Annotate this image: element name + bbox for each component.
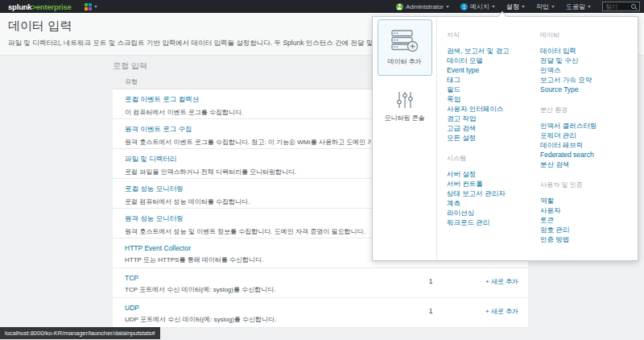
activity-menu-label: 작업 — [536, 2, 549, 11]
users-auth-section: 사용자 및 인증 역할 사용자 토큰 암호 관리 인증 방법 — [540, 180, 625, 244]
help-menu[interactable]: 도움말 — [566, 2, 591, 11]
messages-menu[interactable]: 1 메시지 — [460, 2, 495, 11]
user-avatar-icon — [396, 3, 403, 10]
app-grid-icon — [85, 3, 92, 10]
settings-menu-item[interactable]: 인덱서 클러스터링 — [540, 121, 625, 131]
settings-menu-item[interactable]: 검색, 보고서 및 경고 — [447, 46, 532, 56]
logo-brand: splunk — [8, 2, 31, 11]
settings-menu-item[interactable]: Federated search — [540, 150, 625, 160]
settings-menu-item[interactable]: 분산 검색 — [540, 160, 625, 169]
add-new-link[interactable]: + 새로 추가 — [485, 277, 518, 286]
add-new-link[interactable]: + 새로 추가 — [485, 307, 518, 316]
system-section: 시스템 서버 설정 서버 컨트롤 상태 보고서 관리자 계측 라이선싱 워크로드… — [447, 154, 532, 227]
chevron-down-icon — [551, 6, 555, 8]
distributed-section: 분산 환경 인덱서 클러스터링 포워더 관리 데이터 패브릭 Federated… — [540, 106, 625, 169]
chevron-down-icon — [522, 6, 525, 8]
menu-section-header: 데이터 — [540, 31, 625, 39]
settings-menu-item[interactable]: 워크로드 관리 — [447, 218, 532, 227]
settings-menu-item[interactable]: 계측 — [447, 198, 532, 208]
settings-menu-label: 설정 — [506, 2, 519, 11]
settings-menu-item[interactable]: 포워더 관리 — [540, 131, 625, 140]
input-type-description: 원격 호스트에서 이벤트 로그를 수집합니다. 참고: 이 기능은 WMI를 사… — [125, 138, 371, 147]
settings-menu-item[interactable]: 라이선싱 — [447, 208, 532, 218]
settings-menu-item[interactable]: 인덱스 — [540, 65, 625, 75]
status-bar-url: localhost:8000/ko-KR/manager/launcher/da… — [0, 327, 160, 339]
settings-menu-item[interactable]: 고급 검색 — [447, 123, 532, 133]
settings-menu-item[interactable]: 역할 — [540, 196, 625, 205]
input-type-description: TCP 포트에서 수신 데이터(예: syslog)를 수신합니다. — [125, 285, 371, 294]
type-column-header: 유형 — [125, 77, 138, 86]
app-menu[interactable] — [85, 3, 97, 10]
input-count: 1 — [419, 307, 443, 315]
settings-menu-item[interactable]: 필드 — [447, 85, 532, 94]
activity-menu[interactable]: 작업 — [536, 2, 555, 11]
settings-menu-item[interactable]: Event type — [447, 65, 532, 75]
monitoring-console-label: 모니터링 콘솔 — [384, 114, 424, 122]
add-data-icon — [391, 30, 419, 52]
input-type-description: 로컬 파일을 인덱스하거나 전체 디렉터리를 모니터링합니다. — [125, 168, 371, 176]
topbar: splunk>enterprise Administrator 1 메시지 설정… — [0, 0, 644, 13]
input-type-description: UDP 포트에서 수신 데이터(예: syslog)를 수신합니다. — [125, 315, 371, 324]
settings-menu-item[interactable]: 전달 및 수신 — [540, 56, 625, 65]
table-row: UDP UDP 포트에서 수신 데이터(예: syslog)를 수신합니다. 1… — [113, 298, 528, 328]
monitoring-console-icon — [396, 91, 414, 109]
settings-menu-item[interactable]: 경고 작업 — [447, 114, 532, 123]
search-icon — [630, 3, 637, 10]
dropdown-column-1: 지식 검색, 보고서 및 경고 데이터 모델 Event type 태그 필드 … — [447, 31, 532, 255]
settings-menu-item[interactable]: 데이터 입력 — [540, 46, 625, 56]
input-type-description: 이 컴퓨터에서 이벤트 로그를 수집합니다. — [125, 108, 371, 117]
help-menu-label: 도움말 — [566, 2, 585, 11]
user-menu-label: Administrator — [406, 3, 444, 10]
input-type-link[interactable]: TCP — [125, 274, 516, 282]
chevron-down-icon — [588, 6, 591, 8]
settings-menu-item[interactable]: 서버 설정 — [447, 169, 532, 179]
input-count: 1 — [419, 277, 443, 285]
input-type-description: 로컬 컴퓨터에서 성능 데이터를 수집합니다. — [125, 197, 371, 206]
settings-menu-item[interactable]: 암호 관리 — [540, 225, 625, 234]
data-section: 데이터 데이터 입력 전달 및 수신 인덱스 보고서 가속 요약 Source … — [540, 31, 625, 94]
knowledge-section: 지식 검색, 보고서 및 경고 데이터 모델 Event type 태그 필드 … — [447, 31, 532, 143]
input-type-description: 원격 호스트에서 성능 및 이벤트 정보를 수집합니다. 도메인 자격 증명이 … — [125, 227, 371, 236]
add-data-tile[interactable]: 데이터 추가 — [378, 19, 432, 76]
settings-menu-item[interactable]: 인증 방법 — [540, 234, 625, 244]
splunk-logo: splunk>enterprise — [8, 2, 72, 11]
chevron-down-icon — [94, 6, 97, 8]
dropdown-column-2: 데이터 데이터 입력 전달 및 수신 인덱스 보고서 가속 요약 Source … — [540, 31, 625, 255]
settings-menu-item[interactable]: 모든 설정 — [447, 133, 532, 143]
settings-menu-item[interactable]: 데이터 패브릭 — [540, 140, 625, 150]
settings-menu-item[interactable]: 보고서 가속 요약 — [540, 75, 625, 85]
settings-menu-item[interactable]: Source Type — [540, 85, 625, 94]
add-data-label: 데이터 추가 — [387, 57, 421, 66]
settings-menu-item[interactable]: 룩업 — [447, 94, 532, 104]
messages-menu-label: 메시지 — [470, 2, 489, 11]
chevron-down-icon — [492, 6, 495, 8]
topbar-search[interactable] — [602, 2, 640, 11]
settings-menu-item[interactable]: 사용자 인터페이스 — [447, 104, 532, 114]
page-description: 파일 및 디렉터리, 네트워크 포트 및 스크립트 기반 입력에서 데이터 입력… — [8, 39, 372, 48]
logo-suffix: >enterprise — [31, 2, 71, 11]
table-row: TCP TCP 포트에서 수신 데이터(예: syslog)를 수신합니다. 1… — [113, 268, 528, 298]
dropdown-tile-panel: 데이터 추가 모니터링 콘솔 — [373, 17, 437, 260]
input-type-link[interactable]: UDP — [125, 304, 516, 312]
settings-menu-item[interactable]: 토큰 — [540, 215, 625, 225]
input-type-description: HTTP 또는 HTTPS를 통해 데이터를 수신합니다. — [125, 255, 371, 264]
menu-section-header: 지식 — [447, 31, 532, 39]
search-input[interactable] — [605, 3, 629, 10]
messages-count-badge: 1 — [460, 3, 468, 10]
settings-menu-item[interactable]: 서버 컨트롤 — [447, 179, 532, 189]
user-menu[interactable]: Administrator — [396, 3, 449, 10]
settings-menu-trigger[interactable]: 설정 — [506, 2, 525, 11]
chevron-down-icon — [446, 6, 449, 8]
menu-section-header: 분산 환경 — [540, 106, 625, 114]
settings-menu-item[interactable]: 상태 보고서 관리자 — [447, 189, 532, 198]
settings-menu-item[interactable]: 사용자 — [540, 205, 625, 215]
monitoring-console-tile[interactable]: 모니터링 콘솔 — [378, 78, 432, 135]
menu-section-header: 시스템 — [447, 154, 532, 163]
menu-section-header: 사용자 및 인증 — [540, 180, 625, 189]
settings-menu-item[interactable]: 태그 — [447, 75, 532, 85]
settings-dropdown: 데이터 추가 모니터링 콘솔 지식 검색, 보고서 및 경고 데이터 모델 Ev… — [372, 16, 638, 261]
settings-menu-item[interactable]: 데이터 모델 — [447, 56, 532, 65]
